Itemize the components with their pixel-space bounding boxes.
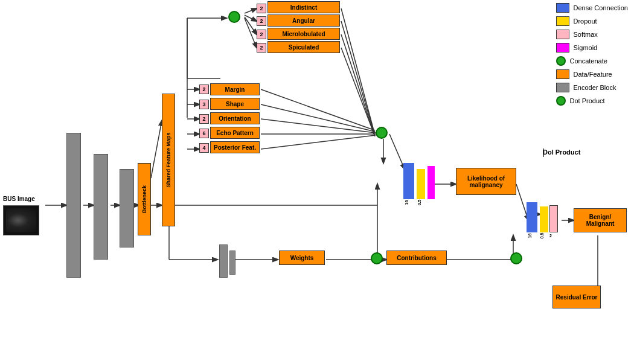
num-badge-spic: 2 (257, 43, 266, 53)
posterior-feat-box: Posterior Feat. (210, 141, 260, 153)
blue-bar-1 (403, 163, 414, 199)
legend-dot-label: Dot Product (569, 97, 604, 104)
bus-image-label: BUS Image (3, 196, 35, 202)
legend-sigmoid-label: Sigmoid (573, 44, 597, 51)
svg-line-21 (341, 48, 375, 136)
likelihood-box: Likelihood of malignancy (456, 168, 516, 195)
legend-dense-label: Dense Connection (573, 4, 628, 11)
encoder-block-2 (94, 154, 108, 260)
svg-line-27 (261, 89, 375, 130)
shared-feature-maps-box: Shared Feature Maps (162, 94, 175, 226)
bar-label-05-1: 0.5 (417, 200, 421, 206)
echo-pattern-box: Echo Pattern (210, 127, 260, 139)
indistinct-box: Indistinct (267, 1, 340, 13)
angular-box: Angular (267, 14, 340, 27)
legend-sigmoid: Sigmoid (556, 43, 628, 53)
concat-circle-contrib (510, 252, 522, 264)
weights-box: Weights (279, 251, 325, 265)
svg-line-28 (261, 104, 375, 132)
blue-bar-2 (527, 202, 537, 232)
svg-line-19 (341, 21, 374, 134)
legend-dense: Dense Connection (556, 3, 628, 13)
svg-line-4 (151, 121, 162, 178)
num-badge-micro: 2 (257, 30, 266, 39)
svg-line-10 (245, 8, 257, 13)
diagram-container: BUS Image Bottleneck Shared Feature Maps… (0, 0, 634, 364)
bar-label-16-1: 16 (405, 200, 409, 205)
encoder-block-3 (120, 169, 134, 247)
shape-box: Shape (210, 98, 260, 110)
legend-dot: Dot Product (556, 96, 628, 106)
yellow-bar-1 (417, 169, 425, 199)
margin-box: Margin (210, 83, 260, 95)
yellow-bar-2 (540, 206, 548, 232)
dot-product-label: Dol Product (543, 148, 580, 156)
concat-circle-main (376, 127, 388, 139)
bar-label-2-bm: 2 (549, 234, 552, 238)
encoder-block-1 (66, 133, 81, 278)
legend-sigmoid-swatch (556, 43, 569, 53)
num-shape: 3 (199, 100, 209, 109)
legend-dropout: Dropout (556, 16, 628, 26)
legend-dot-circle (556, 96, 566, 106)
num-orient: 2 (199, 114, 209, 124)
encoder-block-small (219, 244, 228, 278)
legend-concat-circle (556, 56, 566, 66)
orientation-box: Orientation (210, 112, 260, 124)
concat-circle-weights (371, 252, 383, 264)
legend: Dense Connection Dropout Softmax Sigmoid… (556, 3, 628, 106)
spiculated-box: Spiculated (267, 41, 340, 53)
bus-image-thumbnail (3, 205, 39, 235)
legend-dense-swatch (556, 3, 569, 13)
legend-data-label: Data/Feature (573, 71, 612, 78)
num-echo: 6 (199, 129, 209, 138)
encoder-block-small2 (229, 251, 235, 275)
contributions-box: Contributions (386, 251, 447, 265)
svg-line-31 (261, 135, 376, 149)
num-margin: 2 (199, 85, 209, 94)
pink-bar-2 (549, 205, 558, 232)
legend-data-swatch (556, 69, 569, 79)
residual-error-box: Residual Error (552, 286, 601, 308)
legend-encoder: Encoder Block (556, 83, 628, 92)
num-post: 4 (199, 143, 209, 153)
legend-concat: Concatenate (556, 56, 628, 66)
num-badge-ang: 2 (257, 16, 266, 26)
bottleneck-box: Bottleneck (138, 163, 151, 235)
legend-encoder-label: Encoder Block (573, 84, 616, 91)
legend-softmax-label: Softmax (573, 31, 597, 38)
legend-data: Data/Feature (556, 69, 628, 79)
svg-line-13 (245, 18, 257, 48)
svg-line-29 (261, 119, 376, 133)
microlobulated-box: Microlobulated (267, 28, 340, 40)
num-badge-ind: 2 (257, 4, 266, 13)
legend-dropout-swatch (556, 16, 569, 26)
magenta-bar-1 (427, 166, 435, 199)
svg-line-18 (341, 8, 374, 133)
benign-malignant-box: Benign/ Malignant (574, 208, 627, 232)
legend-softmax-swatch (556, 30, 569, 39)
legend-concat-label: Concatenate (569, 57, 607, 65)
legend-dropout-label: Dropout (573, 18, 597, 25)
svg-line-32 (389, 134, 405, 169)
concat-circle-top (228, 11, 240, 23)
bar-label-05-2: 0.5 (540, 233, 544, 239)
legend-encoder-swatch (556, 83, 569, 92)
bar-label-16-2: 16 (528, 234, 532, 238)
legend-softmax: Softmax (556, 30, 628, 39)
